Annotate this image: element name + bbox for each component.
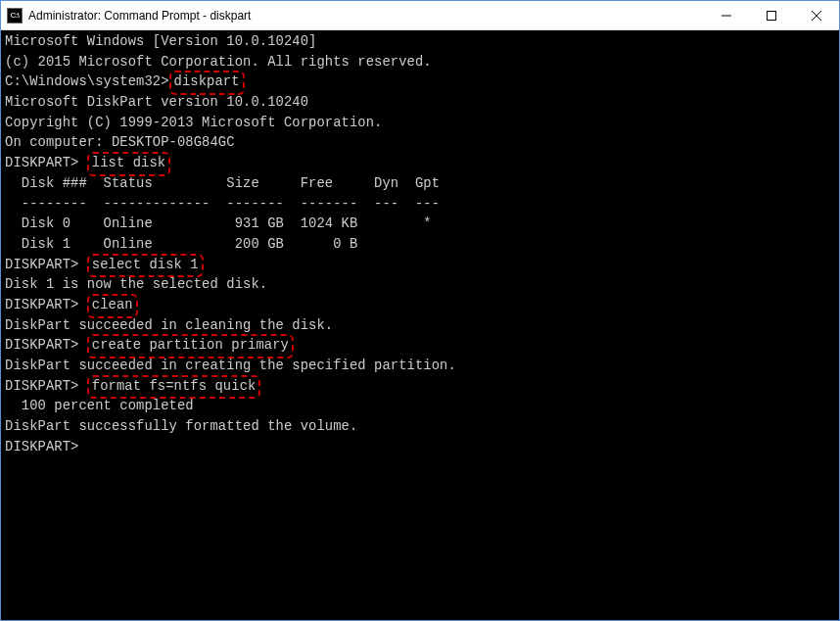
cmd-icon: C:\: [7, 8, 23, 24]
prompt-line: DISKPART> list disk: [5, 154, 835, 174]
table-row: Disk 1 Online 200 GB 0 B: [5, 235, 835, 256]
prompt-line: DISKPART> format fs=ntfs quick: [5, 377, 835, 398]
prompt-prefix: C:\Windows\system32>: [5, 74, 169, 89]
output-line: Microsoft DiskPart version 10.0.10240: [5, 93, 835, 114]
prompt-line: DISKPART> select disk 1: [5, 256, 835, 276]
output-line: Copyright (C) 1999-2013 Microsoft Corpor…: [5, 114, 835, 134]
highlighted-command: diskpart: [169, 71, 245, 95]
output-line: DiskPart successfully formatted the volu…: [5, 417, 835, 438]
output-line: Microsoft Windows [Version 10.0.10240]: [5, 32, 835, 53]
highlighted-command: select disk 1: [87, 254, 204, 278]
svg-rect-1: [768, 11, 776, 20]
table-divider: -------- ------------- ------- ------- -…: [5, 195, 835, 215]
maximize-button[interactable]: [749, 1, 794, 29]
diskpart-prompt: DISKPART>: [5, 298, 87, 312]
terminal-output[interactable]: Microsoft Windows [Version 10.0.10240](c…: [1, 30, 839, 620]
prompt-line: DISKPART> clean: [5, 296, 835, 316]
maximize-icon: [767, 11, 776, 21]
highlighted-command: list disk: [87, 152, 170, 176]
diskpart-prompt: DISKPART>: [5, 379, 87, 394]
diskpart-prompt: DISKPART>: [5, 258, 87, 272]
titlebar[interactable]: C:\ Administrator: Command Prompt - disk…: [1, 1, 839, 30]
highlighted-command: format fs=ntfs quick: [87, 375, 261, 400]
output-line: DiskPart succeeded in cleaning the disk.: [5, 316, 835, 337]
diskpart-prompt: DISKPART>: [5, 338, 87, 353]
table-row: Disk 0 Online 931 GB 1024 KB *: [5, 215, 835, 235]
prompt-line: DISKPART>: [5, 438, 835, 458]
output-line: Disk 1 is now the selected disk.: [5, 275, 835, 296]
window-controls: [704, 1, 839, 29]
output-line: 100 percent completed: [5, 397, 835, 417]
output-line: DiskPart succeeded in creating the speci…: [5, 357, 835, 377]
window-title: Administrator: Command Prompt - diskpart: [28, 9, 704, 23]
table-header: Disk ### Status Size Free Dyn Gpt: [5, 174, 835, 195]
command-prompt-window: C:\ Administrator: Command Prompt - disk…: [0, 0, 840, 621]
prompt-line: C:\Windows\system32>diskpart: [5, 72, 835, 93]
close-icon: [812, 11, 821, 21]
highlighted-command: clean: [87, 294, 138, 318]
diskpart-prompt: DISKPART>: [5, 156, 87, 170]
close-button[interactable]: [794, 1, 839, 29]
highlighted-command: create partition primary: [87, 334, 294, 358]
prompt-line: DISKPART> create partition primary: [5, 336, 835, 357]
minimize-button[interactable]: [704, 1, 749, 29]
output-line: On computer: DESKTOP-08G84GC: [5, 133, 835, 154]
output-line: (c) 2015 Microsoft Corporation. All righ…: [5, 53, 835, 73]
minimize-icon: [722, 11, 731, 21]
